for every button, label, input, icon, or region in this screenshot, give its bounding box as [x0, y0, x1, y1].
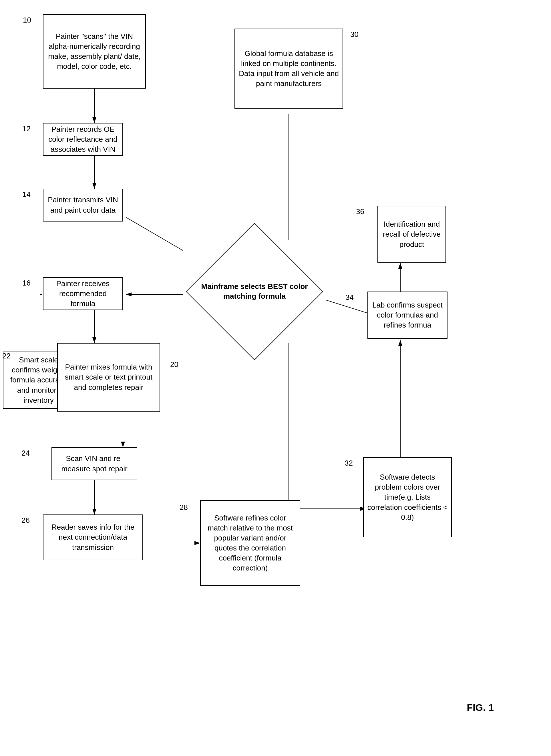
label-20: 20 [170, 360, 178, 369]
label-12: 12 [22, 124, 31, 133]
label-24: 24 [21, 449, 30, 458]
node-36: Identification and recall of defective p… [378, 206, 446, 263]
label-16: 16 [22, 279, 31, 288]
label-10: 10 [23, 16, 31, 25]
label-34: 34 [346, 293, 354, 302]
figure-label: FIG. 1 [467, 702, 494, 713]
label-32: 32 [345, 459, 353, 468]
label-28: 28 [179, 503, 188, 512]
node-14: Painter transmits VIN and paint color da… [43, 189, 123, 222]
label-22: 22 [2, 352, 11, 360]
node-34: Lab confirms suspect color formulas and … [368, 292, 448, 339]
node-26: Reader saves info for the next connectio… [43, 514, 143, 560]
node-12: Painter records OE color reflectance and… [43, 123, 123, 156]
label-26: 26 [21, 516, 30, 525]
node-20: Painter mixes formula with smart scale o… [57, 343, 160, 412]
label-30: 30 [350, 30, 359, 39]
node-10: Painter "scans" the VIN alpha-numericall… [43, 14, 146, 89]
node-30: Global formula database is linked on mul… [234, 29, 343, 109]
node-16: Painter receives recommended formula [43, 277, 123, 310]
node-32: Software detects problem colors over tim… [363, 457, 452, 537]
diamond-mainframe: Mainframe selects BEST color matching fo… [183, 240, 326, 343]
node-28: Software refines color match relative to… [200, 500, 300, 586]
label-14: 14 [22, 190, 31, 199]
node-24: Scan VIN and re-measure spot repair [51, 447, 137, 480]
label-36: 36 [356, 207, 364, 216]
